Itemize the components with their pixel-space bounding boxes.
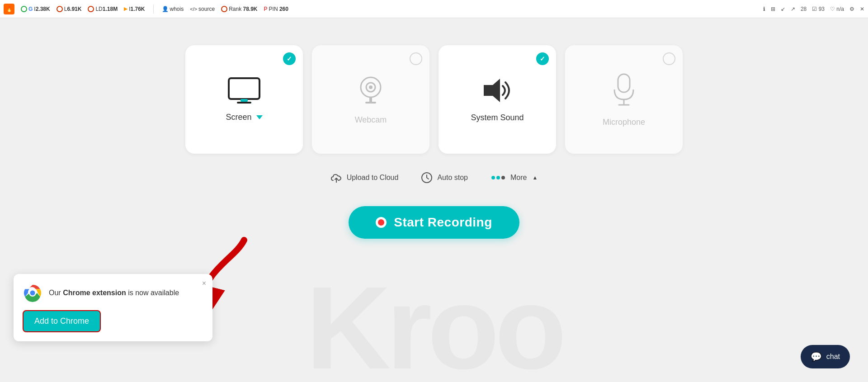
play-icon: ▶ bbox=[124, 6, 127, 12]
toolbar-rank[interactable]: Rank 78.9K bbox=[221, 6, 257, 12]
screen-label: Screen bbox=[226, 113, 262, 122]
info-icon[interactable]: ℹ bbox=[763, 6, 765, 12]
heart-na[interactable]: ♡ n/a bbox=[830, 6, 844, 12]
settings-icon[interactable]: ⚙ bbox=[849, 6, 854, 12]
chrome-logo-icon bbox=[23, 283, 42, 303]
system-sound-checkbox[interactable] bbox=[536, 52, 549, 65]
auto-stop-option[interactable]: Auto stop bbox=[421, 172, 468, 184]
whois-label: whois bbox=[170, 6, 184, 12]
svg-rect-0 bbox=[229, 78, 259, 99]
main-content: Kroo Screen bbox=[0, 18, 868, 382]
svg-rect-1 bbox=[241, 99, 248, 102]
pin-label: PIN 260 bbox=[269, 6, 288, 12]
svg-rect-2 bbox=[237, 102, 251, 104]
system-sound-icon bbox=[481, 77, 514, 106]
more-option[interactable]: More ▲ bbox=[491, 174, 538, 182]
links-circle-icon bbox=[57, 6, 63, 12]
webcam-label: Webcam bbox=[355, 115, 387, 125]
toolbar-whois[interactable]: 👤 whois bbox=[162, 6, 184, 12]
screen-dropdown-arrow[interactable] bbox=[256, 115, 263, 119]
app-logo[interactable]: 🔥 bbox=[4, 4, 14, 14]
google-value: I2.38K bbox=[34, 6, 50, 12]
popup-body: Our Chrome extension is now available bbox=[23, 283, 203, 303]
ld-value: LD1.18M bbox=[95, 6, 118, 12]
upload-cloud-label: Upload to Cloud bbox=[347, 174, 399, 182]
toolbar-google[interactable]: G I2.38K bbox=[21, 6, 50, 12]
check-count[interactable]: ☑ 93 bbox=[812, 6, 825, 12]
screen-checkbox[interactable] bbox=[283, 52, 296, 65]
cloud-upload-icon bbox=[330, 173, 342, 183]
toolbar-right: ℹ ⊞ ↙ ↗ 28 ☑ 93 ♡ n/a ⚙ ✕ bbox=[763, 6, 864, 12]
toolbar-links[interactable]: L6.91K bbox=[57, 6, 82, 12]
svg-point-5 bbox=[369, 85, 373, 89]
toolbar-source[interactable]: </> source bbox=[190, 6, 215, 12]
webcam-card[interactable]: Webcam bbox=[312, 45, 429, 154]
toolbar-ld[interactable]: LD1.18M bbox=[88, 6, 118, 12]
chrome-extension-popup: × Our Chrome extension is now available … bbox=[14, 274, 212, 341]
svg-point-18 bbox=[30, 291, 35, 296]
links-value: L6.91K bbox=[64, 6, 82, 12]
count-28[interactable]: 28 bbox=[801, 6, 807, 12]
popup-text: Our Chrome extension is now available bbox=[49, 288, 179, 298]
auto-stop-label: Auto stop bbox=[437, 174, 468, 182]
options-row: Upload to Cloud Auto stop More ▲ bbox=[330, 172, 538, 184]
svg-point-13 bbox=[491, 176, 495, 179]
clock-icon bbox=[421, 172, 433, 184]
chat-icon: 💬 bbox=[811, 351, 822, 362]
more-label: More bbox=[510, 174, 527, 182]
svg-rect-7 bbox=[365, 102, 376, 104]
close-icon[interactable]: ✕ bbox=[860, 6, 864, 12]
record-dot-inner bbox=[378, 219, 384, 226]
toolbar-divider-1 bbox=[153, 5, 154, 14]
start-recording-label: Start Recording bbox=[394, 215, 492, 230]
screen-icon bbox=[228, 77, 260, 105]
microphone-icon bbox=[612, 72, 636, 110]
play-value: I1.76K bbox=[129, 6, 145, 12]
svg-point-14 bbox=[496, 176, 500, 179]
chat-button[interactable]: 💬 chat bbox=[801, 345, 850, 368]
upload-cloud-option[interactable]: Upload to Cloud bbox=[330, 173, 399, 183]
source-label: source bbox=[198, 6, 215, 12]
toolbar-pin[interactable]: P PIN 260 bbox=[264, 6, 288, 12]
rank-circle-icon bbox=[221, 6, 227, 12]
source-icon: </> bbox=[190, 6, 197, 12]
microphone-label: Microphone bbox=[603, 118, 645, 127]
cards-row: Screen Webcam bbox=[185, 45, 683, 154]
rank-label: Rank 78.9K bbox=[229, 6, 257, 12]
external-link-icon[interactable]: ↗ bbox=[791, 6, 795, 12]
svg-rect-6 bbox=[369, 97, 372, 102]
microphone-checkbox[interactable] bbox=[663, 52, 675, 65]
watermark: Kroo bbox=[306, 260, 562, 382]
webcam-checkbox[interactable] bbox=[410, 52, 422, 65]
webcam-icon bbox=[357, 75, 384, 108]
popup-message: Our Chrome extension is now available bbox=[49, 289, 179, 297]
pinterest-icon: P bbox=[264, 6, 268, 12]
more-dots-icon bbox=[491, 174, 506, 181]
microphone-card[interactable]: Microphone bbox=[565, 45, 683, 154]
add-to-chrome-button[interactable]: Add to Chrome bbox=[23, 310, 101, 332]
record-dot bbox=[376, 217, 387, 228]
grid-icon[interactable]: ⊞ bbox=[771, 6, 775, 12]
google-circle-icon bbox=[21, 6, 27, 12]
popup-close-button[interactable]: × bbox=[202, 279, 206, 288]
start-recording-button[interactable]: Start Recording bbox=[349, 206, 519, 239]
person-icon: 👤 bbox=[162, 6, 169, 12]
screen-card[interactable]: Screen bbox=[185, 45, 303, 154]
svg-rect-9 bbox=[618, 74, 630, 92]
system-sound-card[interactable]: System Sound bbox=[439, 45, 556, 154]
toolbar: 🔥 G I2.38K L6.91K LD1.18M ▶ I1.76K 👤 who… bbox=[0, 0, 868, 18]
ld-circle-icon bbox=[88, 6, 94, 12]
svg-point-15 bbox=[501, 176, 505, 179]
more-chevron-icon: ▲ bbox=[532, 174, 538, 181]
chat-label: chat bbox=[826, 353, 840, 361]
download-icon[interactable]: ↙ bbox=[781, 6, 785, 12]
svg-marker-8 bbox=[484, 79, 500, 102]
system-sound-label: System Sound bbox=[471, 113, 524, 123]
toolbar-play[interactable]: ▶ I1.76K bbox=[124, 6, 145, 12]
google-label: G bbox=[28, 6, 33, 12]
